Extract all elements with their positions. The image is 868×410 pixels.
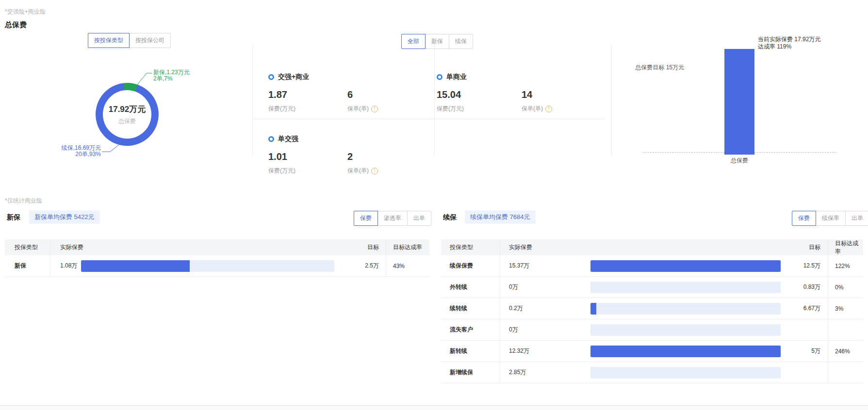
bottom-note: *仅统计商业险: [5, 197, 42, 205]
row-rate: 0%: [828, 277, 863, 298]
toggle-by-insure-type[interactable]: 按投保类型: [88, 33, 130, 48]
donut-chart: 17.92万元 总保费: [96, 83, 159, 146]
policy-label: 保单(单): [347, 105, 369, 113]
policy-value: 6: [347, 89, 426, 100]
premium-dashboard: *交强险+商业险 总保费 按投保类型 按投保公司 全部 新保 续保 17.92万…: [0, 0, 868, 410]
progress-track: [590, 367, 781, 378]
page-title: 总保费: [5, 20, 27, 30]
progress-track: [590, 303, 781, 315]
header-actual-premium: 实际保费: [50, 243, 83, 252]
top-note: *交强险+商业险: [5, 8, 46, 16]
donut-total-label: 总保费: [118, 117, 136, 126]
premium-value: 1.87: [268, 89, 347, 100]
row-rate: 43%: [386, 255, 429, 276]
row-rate: 246%: [828, 341, 863, 362]
divider-vertical-3: [611, 45, 612, 156]
row-type: 新增续保: [441, 362, 500, 383]
row-rate: 122%: [828, 255, 863, 276]
donut-label-new-count: 2单,7%: [153, 76, 190, 82]
progress-fill: [81, 260, 190, 272]
row-rate: [828, 362, 863, 383]
progress-fill: [590, 346, 781, 357]
stat-title-text: 单商业: [446, 73, 467, 81]
bar-annotation-rate: 达成率 119%: [758, 43, 820, 50]
table-row: 新增续保 2.85万: [441, 362, 863, 383]
toggle-renew-rate[interactable]: 续保率: [816, 211, 846, 226]
policy-label: 保单(单): [347, 167, 369, 175]
bar-category-label: 总保费: [720, 157, 759, 165]
row-type: 外转续: [441, 277, 500, 298]
premium-label: 保费(万元): [268, 105, 295, 113]
bar-annotation: 当前实际保费 17.92万元 达成率 119%: [758, 36, 820, 50]
donut-center: 17.92万元 总保费: [96, 83, 159, 146]
progress-fill: [590, 260, 781, 272]
policy-label: 保单(单): [522, 105, 543, 113]
divider-vertical-2: [434, 45, 435, 156]
row-type: 新保: [5, 255, 50, 276]
stat-commercial-only: 单商业 15.04 保费(万元) 14 保单(单) !: [437, 73, 606, 113]
toggle-renew-premium[interactable]: 保费: [792, 211, 816, 226]
table-row: 新转续 12.32万 5万 246%: [441, 341, 863, 362]
policy-value: 14: [522, 89, 606, 100]
donut-label-new: 新保,1.23万元 2单,7%: [153, 69, 190, 82]
stat-title-text: 交强+商业: [278, 73, 309, 81]
new-section-title: 新保: [7, 213, 20, 222]
row-target: 0.83万: [781, 283, 828, 291]
row-rate: 3%: [828, 298, 863, 319]
table-row: 外转续 0万 0.83万 0%: [441, 277, 863, 298]
row-target: 2.5万: [334, 262, 386, 270]
row-type: 新转续: [441, 341, 500, 362]
progress-track: [590, 324, 781, 336]
row-actual: 12.32万: [500, 347, 590, 355]
scrollbar-track[interactable]: [0, 406, 868, 410]
header-achievement-rate: 目标达成率: [828, 239, 863, 255]
row-actual: 1.08万: [50, 262, 81, 270]
row-target: 5万: [781, 347, 828, 355]
warning-icon[interactable]: !: [371, 168, 378, 174]
divider-horizontal: [252, 119, 605, 119]
toggle-new-penetration[interactable]: 渗透率: [377, 211, 408, 226]
table-header: 投保类型 实际保费 目标 目标达成率: [5, 239, 429, 255]
renew-avg-premium-badge: 续保单均保费 7684元: [465, 210, 536, 224]
warning-icon[interactable]: !: [371, 106, 378, 112]
renew-metric-toggle: 保费 续保率 出单: [792, 211, 868, 226]
toggle-all[interactable]: 全部: [401, 34, 426, 49]
progress-track: [590, 346, 781, 357]
row-type: 流失客户: [441, 319, 500, 340]
new-avg-premium-badge: 新保单均保费 5422元: [29, 210, 100, 224]
toggle-new-premium[interactable]: 保费: [354, 211, 378, 226]
premium-label: 保费(万元): [437, 105, 464, 113]
stat-compulsory-only: 单交强 1.01 保费(万元) 2 保单(单) !: [268, 135, 426, 175]
header-target: 目标: [367, 243, 386, 252]
donut-label-renew-count: 20单,93%: [28, 151, 101, 158]
header-insure-type: 投保类型: [441, 239, 500, 255]
bar-annotation-actual: 当前实际保费 17.92万元: [758, 36, 820, 43]
radio-icon: [268, 136, 274, 142]
stat-title-text: 单交强: [278, 135, 298, 143]
progress-fill: [590, 303, 596, 315]
toggle-renew-issue[interactable]: 出单: [845, 211, 868, 226]
row-type: 续保保费: [441, 255, 500, 276]
row-actual: 2.85万: [500, 368, 590, 377]
donut-label-renew: 续保,16.69万元 20单,93%: [28, 145, 101, 158]
toggle-renew[interactable]: 续保: [449, 34, 473, 49]
warning-icon[interactable]: !: [545, 106, 552, 112]
actual-premium-bar: [724, 49, 754, 155]
renew-table: 投保类型 实际保费 目标 目标达成率 续保保费 15.37万 12.5万 122…: [441, 239, 863, 383]
premium-label: 保费(万元): [268, 167, 295, 175]
toggle-by-insure-company[interactable]: 按投保公司: [129, 33, 171, 48]
divider-vertical-1: [252, 45, 253, 156]
row-target: 12.5万: [781, 262, 828, 270]
toggle-new-issue[interactable]: 出单: [407, 211, 431, 226]
toggle-new[interactable]: 新保: [425, 34, 449, 49]
row-actual: 0.2万: [500, 304, 590, 313]
progress-track: [81, 260, 334, 272]
progress-track: [590, 282, 781, 293]
stat-compulsory-plus-commercial: 交强+商业 1.87 保费(万元) 6 保单(单) !: [268, 73, 426, 113]
header-insure-type: 投保类型: [5, 239, 50, 255]
row-actual: 15.37万: [500, 262, 590, 270]
scope-toggle: 全部 新保 续保: [401, 34, 473, 49]
policy-value: 2: [347, 151, 426, 162]
donut-total-value: 17.92万元: [109, 104, 146, 115]
new-metric-toggle: 保费 渗透率 出单: [354, 211, 431, 226]
